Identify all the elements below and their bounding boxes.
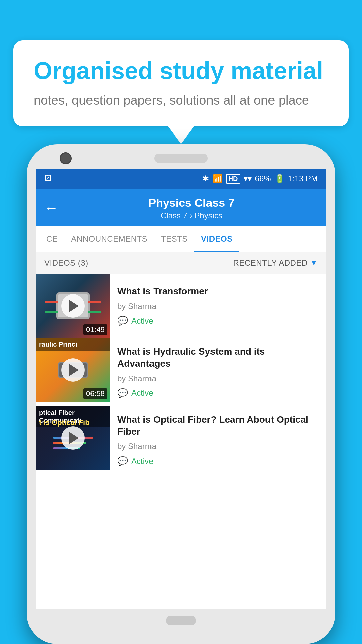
- tabs-bar: CE ANNOUNCEMENTS TESTS VIDEOS: [36, 226, 326, 252]
- play-icon-2: [69, 364, 79, 376]
- video-info-1: What is Transformer by Sharma 💬 Active: [110, 274, 326, 338]
- video-thumbnail-3: ptical Fiber Communicati t is Optical Fi…: [36, 406, 110, 470]
- app-header: ← Physics Class 7 Class 7 › Physics: [36, 189, 326, 226]
- video-author-3: by Sharma: [117, 442, 318, 451]
- wifi-icon: ▾▾: [244, 174, 252, 183]
- videos-header: VIDEOS (3) RECENTLY ADDED ▼: [36, 252, 326, 274]
- battery-icon: 🔋: [275, 174, 285, 183]
- video-title-2: What is Hydraulic System and its Advanta…: [117, 345, 318, 370]
- image-icon: 🖼: [44, 174, 52, 183]
- play-button-1[interactable]: [61, 294, 85, 318]
- video-duration-2: 06:58: [83, 388, 107, 399]
- bluetooth-icon: ✱: [202, 174, 209, 183]
- status-right: ✱ 📶 HD ▾▾ 66% 🔋 1:13 PM: [202, 174, 318, 184]
- video-list: 01:49 What is Transformer by Sharma 💬 Ac…: [36, 274, 326, 474]
- video-duration-1: 01:49: [83, 324, 107, 335]
- video-thumbnail-1: 01:49: [36, 274, 110, 338]
- header-title-area: Physics Class 7 Class 7 › Physics: [65, 196, 318, 220]
- wire-right: [88, 301, 101, 303]
- sort-dropdown[interactable]: RECENTLY ADDED ▼: [233, 258, 318, 268]
- phone-top: [36, 154, 326, 163]
- phone-container: 🖼 ✱ 📶 HD ▾▾ 66% 🔋 1:13 PM ← Physics Clas…: [27, 144, 335, 644]
- home-button: [166, 616, 196, 625]
- home-button-area: [36, 609, 326, 635]
- video-status-1: 💬 Active: [117, 316, 318, 326]
- sort-label: RECENTLY ADDED: [233, 258, 308, 268]
- wire-left2: [45, 311, 58, 313]
- status-left: 🖼: [44, 174, 52, 183]
- list-item[interactable]: 01:49 What is Transformer by Sharma 💬 Ac…: [36, 274, 326, 338]
- video-author-1: by Sharma: [117, 302, 318, 311]
- chat-icon-2: 💬: [117, 388, 128, 398]
- play-icon-3: [69, 432, 79, 444]
- battery-text: 66%: [255, 174, 271, 183]
- list-item[interactable]: ptical Fiber Communicati t is Optical Fi…: [36, 406, 326, 474]
- bubble-subtitle: notes, question papers, solutions all at…: [34, 92, 328, 109]
- header-subject: Physics: [194, 211, 222, 220]
- bubble-title: Organised study material: [34, 58, 328, 84]
- time-display: 1:13 PM: [288, 174, 318, 183]
- chevron-down-icon: ▼: [310, 259, 318, 267]
- status-bar: 🖼 ✱ 📶 HD ▾▾ 66% 🔋 1:13 PM: [36, 169, 326, 189]
- videos-count: VIDEOS (3): [44, 258, 88, 268]
- video-info-2: What is Hydraulic System and its Advanta…: [110, 338, 326, 406]
- hydraulic-label: raulic Princi: [36, 338, 110, 351]
- tab-videos[interactable]: VIDEOS: [194, 226, 239, 252]
- video-author-2: by Sharma: [117, 374, 318, 383]
- speech-bubble: Organised study material notes, question…: [13, 40, 349, 126]
- chat-icon-3: 💬: [117, 456, 128, 466]
- play-icon-1: [69, 300, 79, 312]
- chat-icon-1: 💬: [117, 316, 128, 326]
- phone: 🖼 ✱ 📶 HD ▾▾ 66% 🔋 1:13 PM ← Physics Clas…: [27, 144, 335, 644]
- video-thumbnail-2: raulic Princi 06:58: [36, 338, 110, 402]
- tab-tests[interactable]: TESTS: [154, 226, 194, 252]
- video-status-3: 💬 Active: [117, 456, 318, 466]
- list-item[interactable]: raulic Princi 06:58 What is Hydraulic Sy…: [36, 338, 326, 406]
- hd-badge: HD: [226, 174, 240, 184]
- wire-left: [45, 301, 58, 303]
- video-status-2: 💬 Active: [117, 388, 318, 398]
- speaker-grille: [154, 154, 208, 163]
- wire-right2: [88, 311, 101, 313]
- tab-ce[interactable]: CE: [40, 226, 64, 252]
- header-separator: ›: [190, 211, 195, 220]
- video-title-3: What is Optical Fiber? Learn About Optic…: [117, 414, 318, 438]
- header-class: Class 7: [161, 211, 187, 220]
- play-button-3[interactable]: [61, 426, 85, 450]
- video-title-1: What is Transformer: [117, 285, 318, 298]
- active-badge-3: Active: [131, 457, 153, 466]
- back-button[interactable]: ←: [44, 200, 58, 216]
- play-button-2[interactable]: [61, 358, 85, 382]
- camera: [60, 152, 72, 164]
- video-info-3: What is Optical Fiber? Learn About Optic…: [110, 406, 326, 474]
- phone-screen: 🖼 ✱ 📶 HD ▾▾ 66% 🔋 1:13 PM ← Physics Clas…: [36, 169, 326, 609]
- active-badge-2: Active: [131, 388, 153, 398]
- header-title: Physics Class 7: [65, 196, 318, 210]
- speech-bubble-container: Organised study material notes, question…: [13, 40, 349, 126]
- active-badge-1: Active: [131, 316, 153, 326]
- signal-icon: 📶: [213, 174, 223, 183]
- optical-label-2: t is Optical Fib: [36, 418, 110, 427]
- header-subtitle: Class 7 › Physics: [65, 211, 318, 220]
- tab-announcements[interactable]: ANNOUNCEMENTS: [64, 226, 154, 252]
